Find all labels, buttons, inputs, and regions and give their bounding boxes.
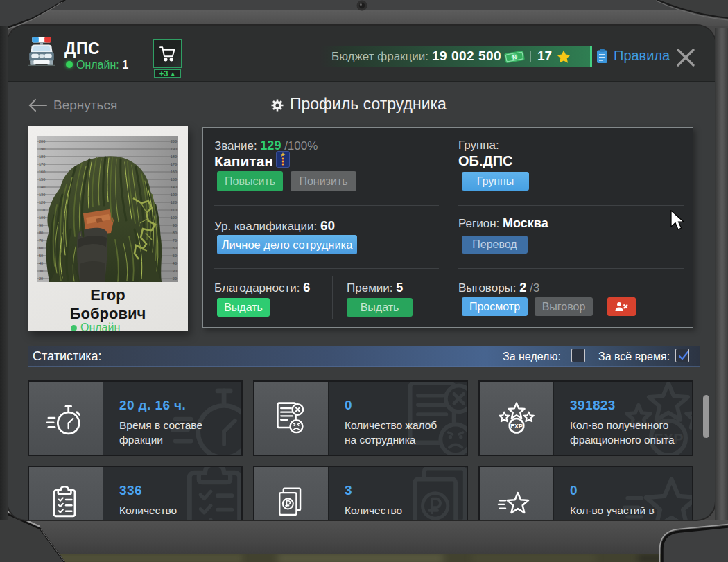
svg-text:200: 200 <box>39 139 45 143</box>
svg-text:190: 190 <box>39 147 45 151</box>
svg-text:140: 140 <box>39 185 45 189</box>
svg-text:90: 90 <box>173 223 177 227</box>
svg-text:150: 150 <box>39 177 45 182</box>
svg-text:60: 60 <box>173 246 177 250</box>
svg-text:40: 40 <box>39 261 43 265</box>
svg-text:90: 90 <box>39 223 43 227</box>
svg-text:60: 60 <box>39 246 43 250</box>
svg-text:20: 20 <box>173 276 177 281</box>
svg-text:30: 30 <box>39 269 43 273</box>
svg-text:80: 80 <box>173 231 177 235</box>
svg-text:70: 70 <box>173 238 177 243</box>
svg-text:200: 200 <box>171 139 177 143</box>
svg-text:190: 190 <box>171 147 177 151</box>
svg-text:50: 50 <box>173 254 177 258</box>
svg-text:110: 110 <box>171 208 177 212</box>
svg-text:50: 50 <box>39 254 43 258</box>
svg-text:120: 120 <box>39 200 45 204</box>
svg-text:180: 180 <box>171 155 177 159</box>
svg-text:130: 130 <box>39 193 45 197</box>
svg-text:170: 170 <box>39 162 45 166</box>
svg-text:150: 150 <box>171 177 177 182</box>
svg-text:140: 140 <box>171 185 177 189</box>
svg-text:20: 20 <box>39 276 43 281</box>
svg-text:30: 30 <box>173 269 177 273</box>
svg-text:120: 120 <box>171 200 177 204</box>
svg-text:40: 40 <box>173 261 177 265</box>
svg-text:100: 100 <box>39 216 45 220</box>
svg-text:80: 80 <box>39 231 43 235</box>
svg-text:100: 100 <box>171 216 177 220</box>
svg-text:130: 130 <box>171 193 177 197</box>
svg-text:110: 110 <box>39 208 45 212</box>
svg-text:70: 70 <box>39 238 43 243</box>
svg-text:160: 160 <box>39 170 45 174</box>
svg-text:160: 160 <box>171 170 177 174</box>
svg-text:170: 170 <box>171 162 177 166</box>
svg-text:180: 180 <box>39 155 45 159</box>
